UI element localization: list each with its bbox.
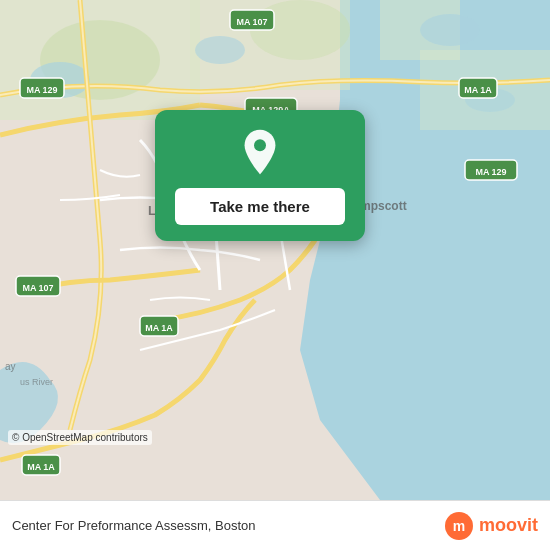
svg-point-8 — [195, 36, 245, 64]
svg-text:MA 129: MA 129 — [475, 167, 506, 177]
moovit-logo: m moovit — [445, 512, 538, 540]
svg-point-31 — [254, 139, 266, 151]
location-label: Center For Preformance Assessm, Boston — [12, 518, 255, 533]
svg-text:us River: us River — [20, 377, 53, 387]
osm-credit: © OpenStreetMap contributors — [8, 430, 152, 445]
map-container: MA 129 MA 107 MA 129A MA 1A MA 129 MA 10… — [0, 0, 550, 500]
svg-text:MA 107: MA 107 — [236, 17, 267, 27]
svg-text:MA 1A: MA 1A — [27, 462, 55, 472]
popup-card: Take me there — [155, 110, 365, 241]
moovit-icon: m — [445, 512, 473, 540]
take-me-there-button[interactable]: Take me there — [175, 188, 345, 225]
svg-text:MA 1A: MA 1A — [464, 85, 492, 95]
svg-text:MA 129: MA 129 — [26, 85, 57, 95]
svg-text:MA 107: MA 107 — [22, 283, 53, 293]
svg-text:mpscott: mpscott — [360, 199, 407, 213]
map-background: MA 129 MA 107 MA 129A MA 1A MA 129 MA 10… — [0, 0, 550, 500]
location-pin-icon — [236, 128, 284, 176]
svg-text:MA 1A: MA 1A — [145, 323, 173, 333]
moovit-label: moovit — [479, 515, 538, 536]
footer-bar: Center For Preformance Assessm, Boston m… — [0, 500, 550, 550]
svg-point-9 — [420, 14, 480, 46]
svg-text:ay: ay — [5, 361, 16, 372]
